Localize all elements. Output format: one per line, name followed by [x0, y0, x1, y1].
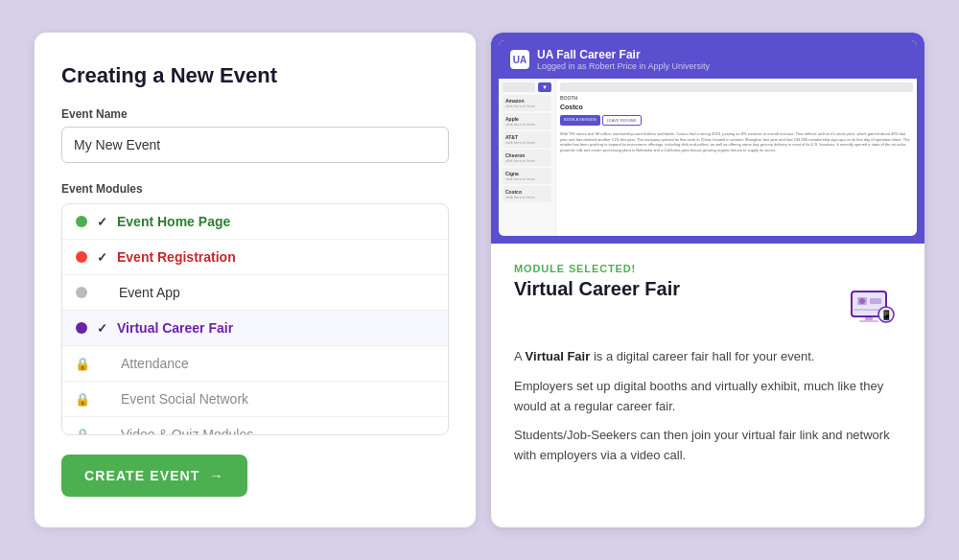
module-item-app[interactable]: Event App	[62, 275, 448, 311]
modules-list: ✓ Event Home Page ✓ Event Registration E…	[61, 203, 449, 435]
modules-label: Event Modules	[61, 182, 449, 196]
module-dot-vcf	[76, 322, 87, 334]
company-apple: Apple click here to learn	[503, 113, 551, 129]
module-info-title-text: Virtual Career Fair	[514, 278, 680, 300]
module-item-registration[interactable]: ✓ Event Registration	[62, 240, 448, 275]
company-amazon: Amazon click here to learn	[503, 95, 551, 111]
lock-icon-video: 🔒	[76, 428, 89, 435]
module-item-video: 🔒 Video & Quiz Modules	[62, 417, 448, 435]
company-costco: Costco click here to learn	[503, 186, 551, 202]
browser-content: ▼ Amazon click here to learn Apple click…	[499, 79, 917, 236]
lock-icon-attendance: 🔒	[76, 357, 89, 370]
browser-main: BOOTH Costco BOOK A SESSION LEAVE RESUME…	[556, 79, 917, 236]
virtual-fair-bold: Virtual Fair	[526, 349, 591, 363]
module-name-social: Event Social Network	[121, 391, 248, 407]
arrow-icon: →	[210, 468, 224, 483]
browser-search-bar	[503, 82, 535, 92]
module-name-video: Video & Quiz Modules	[121, 427, 253, 435]
module-item-vcf[interactable]: ✓ Virtual Career Fair	[62, 311, 448, 346]
browser-title: UA Fall Career Fair	[537, 48, 710, 61]
svg-rect-3	[870, 298, 881, 304]
browser-header: UA UA Fall Career Fair Logged in as Robe…	[499, 40, 917, 79]
module-name-attendance: Attendance	[121, 356, 189, 371]
module-dot-registration	[76, 251, 87, 263]
page-title: Creating a New Event	[61, 63, 449, 88]
event-name-label: Event Name	[61, 107, 449, 121]
module-item-social: 🔒 Event Social Network	[62, 382, 448, 417]
module-info-title-row: Virtual Career Fair 📱	[514, 278, 901, 336]
browser-preview: UA UA Fall Career Fair Logged in as Robe…	[491, 33, 924, 244]
module-name-home: Event Home Page	[117, 214, 230, 229]
svg-point-2	[859, 298, 865, 304]
event-name-input[interactable]	[61, 127, 449, 163]
create-event-button[interactable]: CREATE EVENT →	[61, 455, 247, 497]
company-detail-text: With 795 stores and 96 million membershi…	[560, 131, 913, 152]
svg-rect-6	[859, 320, 878, 322]
svg-text:📱: 📱	[880, 309, 893, 321]
company-list: Amazon click here to learn Apple click h…	[503, 95, 551, 202]
browser-inner: UA UA Fall Career Fair Logged in as Robe…	[499, 40, 917, 236]
module-description-1: A Virtual Fair is a digital career fair …	[514, 347, 901, 367]
module-name-app: Event App	[119, 285, 180, 300]
right-panel: UA UA Fall Career Fair Logged in as Robe…	[491, 33, 924, 527]
create-event-label: CREATE EVENT	[84, 468, 200, 483]
module-info-card: MODULE SELECTED! Virtual Career Fair	[491, 244, 924, 527]
company-chevron: Chevron click here to learn	[503, 150, 551, 166]
company-detail-name: Costco	[560, 104, 913, 110]
svg-rect-4	[854, 309, 882, 311]
left-panel: Creating a New Event Event Name Event Mo…	[35, 33, 476, 527]
company-cigna: Cigna click here to learn	[503, 168, 551, 184]
module-dot-home	[76, 216, 87, 227]
module-name-registration: Event Registration	[117, 249, 236, 265]
book-session-btn: BOOK A SESSION	[560, 115, 600, 126]
module-selected-badge: MODULE SELECTED!	[514, 263, 901, 274]
module-check-vcf: ✓	[97, 321, 107, 336]
browser-subtitle: Logged in as Robert Price in Apply Unive…	[537, 61, 710, 71]
browser-logo: UA	[510, 50, 529, 69]
company-att: AT&T click here to learn	[503, 131, 551, 148]
leave-resume-btn: LEAVE RESUME	[602, 115, 642, 126]
module-dot-app	[76, 287, 87, 298]
module-description-3: Students/Job-Seekers can then join your …	[514, 426, 901, 466]
module-vcf-icon: 📱	[844, 278, 901, 336]
browser-filter-btn: ▼	[538, 82, 551, 92]
svg-rect-5	[865, 316, 873, 320]
module-item-attendance: 🔒 Attendance	[62, 346, 448, 382]
module-description-2: Employers set up digital booths and virt…	[514, 377, 901, 417]
detail-buttons: BOOK A SESSION LEAVE RESUME	[560, 115, 913, 126]
module-item-home[interactable]: ✓ Event Home Page	[62, 204, 448, 240]
company-detail-label: BOOTH	[560, 95, 913, 101]
module-name-vcf: Virtual Career Fair	[117, 320, 233, 336]
browser-main-search	[560, 82, 913, 92]
module-check-home: ✓	[97, 215, 107, 229]
browser-sidebar: ▼ Amazon click here to learn Apple click…	[499, 79, 556, 236]
lock-icon-social: 🔒	[76, 392, 89, 406]
module-info: MODULE SELECTED! Virtual Career Fair	[491, 244, 924, 527]
module-check-registration: ✓	[97, 250, 107, 265]
